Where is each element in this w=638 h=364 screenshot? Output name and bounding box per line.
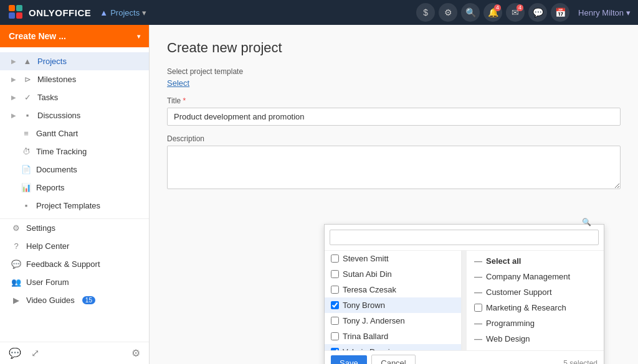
dropdown-programming[interactable]: — Programming bbox=[467, 315, 604, 331]
sidebar-item-milestones[interactable]: ▶ ⊳ Milestones bbox=[0, 70, 149, 88]
dropdown-item-teresa[interactable]: Teresa Czesak bbox=[325, 282, 461, 297]
sidebar-item-arrow: ▶ bbox=[11, 76, 16, 83]
create-new-button[interactable]: Create New ... ▾ bbox=[0, 25, 149, 47]
dropdown-item-steven[interactable]: Steven Smitt bbox=[325, 251, 461, 266]
sidebar-item-discussions[interactable]: ▶ ▪ Discussions bbox=[0, 106, 149, 124]
sidebar-item-label: Tasks bbox=[37, 93, 58, 102]
logo-text: ONLYOFFICE bbox=[29, 7, 91, 18]
group-label: Company Management bbox=[486, 272, 570, 281]
dropdown-customer-support[interactable]: — Customer Support bbox=[467, 284, 604, 300]
sidebar-item-label: Feedback & Support bbox=[26, 259, 100, 269]
search-icon: 🔍 bbox=[582, 218, 591, 226]
nav-calendar-icon[interactable]: 📅 bbox=[551, 3, 569, 22]
nav-left: ONLYOFFICE ▲ Projects ▾ bbox=[7, 4, 146, 21]
sidebar-item-arrow: ▶ bbox=[11, 58, 16, 65]
dropdown-item-trina[interactable]: Trina Ballard bbox=[325, 329, 461, 344]
dropdown-cancel-button[interactable]: Cancel bbox=[371, 355, 415, 364]
template-section: Select project template Select bbox=[167, 67, 621, 88]
sidebar-item-settings[interactable]: ⚙ Settings bbox=[0, 218, 149, 237]
time-tracking-icon: ⏱ bbox=[21, 147, 31, 156]
sidebar-item-label: Project Templates bbox=[36, 201, 100, 210]
sidebar-item-projects[interactable]: ▶ ▲ Projects bbox=[0, 52, 149, 70]
dropdown-marketing[interactable]: Marketing & Research bbox=[467, 300, 604, 315]
nav-search-icon[interactable]: 🔍 bbox=[461, 3, 480, 22]
minus-icon-cm: — bbox=[474, 272, 482, 281]
dropdown-item-valerio[interactable]: Valerio Ducci bbox=[325, 344, 461, 350]
scrollbar[interactable] bbox=[462, 251, 467, 350]
sidebar-item-label: Documents bbox=[36, 165, 77, 174]
sidebar-item-tasks[interactable]: ▶ ✓ Tasks bbox=[0, 88, 149, 106]
sidebar-item-project-templates[interactable]: ▪ Project Templates bbox=[0, 197, 149, 215]
nav-gear-icon[interactable]: ⚙ bbox=[439, 3, 457, 22]
checkbox-steven[interactable] bbox=[331, 254, 339, 263]
group-label: Programming bbox=[486, 319, 535, 328]
checkbox-tony-j[interactable] bbox=[331, 317, 339, 325]
user-menu[interactable]: Henry Milton ▾ bbox=[578, 8, 631, 17]
nav-bell-icon[interactable]: 🔔4 bbox=[483, 3, 502, 22]
projects-icon: ▲ bbox=[22, 57, 32, 66]
breadcrumb[interactable]: ▲ Projects ▾ bbox=[100, 8, 146, 17]
dropdown-item-tony-brown[interactable]: Tony Brown bbox=[325, 297, 461, 313]
nav-mail-icon[interactable]: ✉4 bbox=[506, 3, 525, 22]
dropdown-save-button[interactable]: Save bbox=[331, 355, 367, 364]
checkbox-valerio[interactable] bbox=[331, 348, 339, 350]
group-label: Web Design bbox=[486, 334, 530, 343]
mail-badge: 4 bbox=[517, 4, 523, 11]
create-btn-arrow: ▾ bbox=[137, 33, 140, 40]
milestones-icon: ⊳ bbox=[22, 75, 32, 84]
title-label: Title * bbox=[167, 96, 621, 105]
checkbox-trina[interactable] bbox=[331, 332, 339, 340]
dropdown-search-input[interactable] bbox=[330, 230, 599, 245]
dropdown-item-sutan[interactable]: Sutan Abi Din bbox=[325, 266, 461, 282]
sidebar-item-label: Discussions bbox=[37, 111, 80, 120]
sidebar-item-label: Reports bbox=[36, 183, 65, 192]
dropdown-buttons: Save Cancel bbox=[331, 355, 416, 364]
checkbox-sutan[interactable] bbox=[331, 270, 339, 278]
description-section: Description bbox=[167, 134, 621, 191]
checkbox-tony-brown[interactable] bbox=[331, 301, 339, 309]
sidebar-item-arrow: ▶ bbox=[11, 94, 16, 101]
dropdown-right-list: — Select all — Company Management — Cust… bbox=[467, 251, 604, 350]
help-icon: ? bbox=[11, 241, 21, 251]
sidebar-item-gantt[interactable]: ≡ Gantt Chart bbox=[0, 124, 149, 142]
notification-badge: 4 bbox=[494, 4, 501, 11]
sidebar-item-help[interactable]: ? Help Center bbox=[0, 237, 149, 255]
content-area: Create new project Select project templa… bbox=[150, 25, 638, 364]
checkbox-marketing[interactable] bbox=[474, 304, 482, 312]
nav-chat-icon[interactable]: 💬 bbox=[528, 3, 547, 22]
dropdown-select-all[interactable]: — Select all bbox=[467, 253, 604, 269]
title-input[interactable] bbox=[167, 108, 621, 126]
reports-icon: 📊 bbox=[21, 183, 31, 192]
minus-icon-wd: — bbox=[474, 334, 482, 343]
sidebar-item-label: Milestones bbox=[37, 75, 76, 84]
sidebar-item-forum[interactable]: 👥 User Forum bbox=[0, 273, 149, 291]
nav-dollar-icon[interactable]: $ bbox=[416, 3, 435, 22]
sidebar-item-label: Time Tracking bbox=[36, 147, 87, 156]
top-nav: ONLYOFFICE ▲ Projects ▾ $ ⚙ 🔍 🔔4 ✉4 💬 📅 … bbox=[0, 0, 638, 25]
dropdown-web-design[interactable]: — Web Design bbox=[467, 331, 604, 347]
gantt-icon: ≡ bbox=[21, 129, 31, 138]
create-btn-label: Create New ... bbox=[9, 31, 66, 41]
sidebar-item-label: Video Guides bbox=[26, 296, 75, 305]
sidebar-item-documents[interactable]: 📄 Documents bbox=[0, 161, 149, 179]
page-title: Create new project bbox=[167, 40, 621, 56]
sidebar-item-feedback[interactable]: 💬 Feedback & Support bbox=[0, 255, 149, 273]
dropdown-item-tony-j[interactable]: Tony J. Andersen bbox=[325, 313, 461, 329]
sidebar-chat-icon[interactable]: 💬 bbox=[9, 347, 21, 359]
svg-rect-1 bbox=[16, 5, 22, 11]
dropdown-company-management[interactable]: — Company Management bbox=[467, 269, 604, 284]
nav-right: $ ⚙ 🔍 🔔4 ✉4 💬 📅 Henry Milton ▾ bbox=[416, 3, 631, 22]
sidebar-item-time-tracking[interactable]: ⏱ Time Tracking bbox=[0, 142, 149, 161]
sidebar-item-label: Settings bbox=[26, 223, 55, 233]
template-select-link[interactable]: Select bbox=[167, 78, 189, 88]
user-name: Henry Milton bbox=[578, 8, 624, 17]
sidebar-gear-icon[interactable]: ⚙ bbox=[131, 347, 140, 359]
description-input[interactable] bbox=[167, 146, 621, 189]
svg-rect-0 bbox=[9, 5, 15, 11]
sidebar-item-videos[interactable]: ▶ Video Guides 15 bbox=[0, 291, 149, 309]
documents-icon: 📄 bbox=[21, 165, 31, 174]
sidebar-item-reports[interactable]: 📊 Reports bbox=[0, 179, 149, 197]
checkbox-teresa[interactable] bbox=[331, 286, 339, 294]
sidebar-expand-icon[interactable]: ⤢ bbox=[31, 347, 39, 359]
dropdown-search: 🔍 bbox=[325, 225, 604, 251]
